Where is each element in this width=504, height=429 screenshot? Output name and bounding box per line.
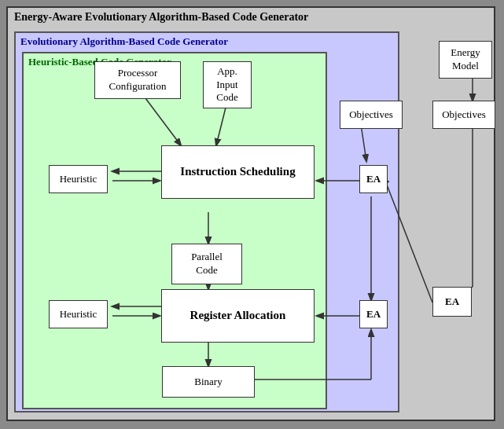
energy-model-block: Energy Model bbox=[439, 41, 492, 79]
outer-container: Energy-Aware Evolutionary Algorithm-Base… bbox=[6, 6, 495, 421]
processor-config-block: Processor Configuration bbox=[94, 61, 181, 99]
register-allocation-block: Register Allocation bbox=[161, 289, 315, 343]
processor-config-label: Processor Configuration bbox=[109, 67, 167, 94]
heuristic-box: Heuristic-Based Code Generator bbox=[22, 52, 327, 409]
objectives1-block: Objectives bbox=[340, 101, 403, 129]
parallel-code-block: Parallel Code bbox=[171, 244, 242, 284]
heuristic2-label: Heuristic bbox=[60, 308, 97, 321]
ea1-block: EA bbox=[359, 165, 388, 193]
objectives2-label: Objectives bbox=[442, 108, 486, 122]
ea2-block: EA bbox=[432, 287, 472, 317]
objectives2-block: Objectives bbox=[432, 101, 495, 129]
instruction-scheduling-label: Instruction Scheduling bbox=[180, 164, 295, 180]
instruction-scheduling-block: Instruction Scheduling bbox=[161, 145, 315, 199]
main-title: Energy-Aware Evolutionary Algorithm-Base… bbox=[8, 8, 494, 27]
heuristic2-block: Heuristic bbox=[49, 300, 108, 328]
binary-block: Binary bbox=[162, 366, 255, 398]
heuristic1-label: Heuristic bbox=[60, 173, 97, 186]
energy-model-label: Energy Model bbox=[451, 46, 480, 73]
app-input-label: App. Input Code bbox=[216, 65, 237, 105]
ea3-label: EA bbox=[366, 308, 381, 321]
register-allocation-label: Register Allocation bbox=[190, 308, 286, 324]
objectives1-label: Objectives bbox=[349, 108, 393, 122]
app-input-block: App. Input Code bbox=[203, 61, 252, 108]
ea2-label: EA bbox=[445, 295, 459, 309]
heuristic1-block: Heuristic bbox=[49, 165, 108, 193]
ea1-label: EA bbox=[366, 173, 381, 186]
parallel-code-label: Parallel Code bbox=[191, 251, 223, 277]
binary-label: Binary bbox=[194, 376, 222, 389]
ea-title: Evolutionary Algorithm-Based Code Genera… bbox=[16, 33, 398, 50]
ea3-block: EA bbox=[359, 300, 388, 328]
